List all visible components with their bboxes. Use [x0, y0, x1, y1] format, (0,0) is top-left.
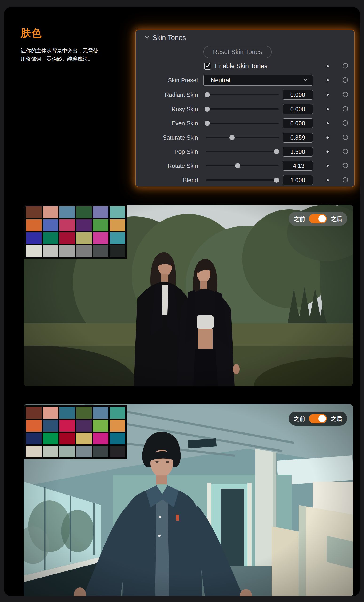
before-after-toggle[interactable]: 之前 之后 [289, 411, 347, 426]
keyframe-diamond-icon[interactable] [325, 121, 330, 126]
enable-label: Enable Skin Tones [215, 63, 267, 70]
slider-label: Pop Skin [136, 148, 198, 155]
chevron-down-icon [145, 35, 150, 41]
enable-row: Enable Skin Tones [136, 61, 354, 72]
before-after-toggle[interactable]: 之前 之后 [289, 212, 347, 226]
reset-skin-tones-button[interactable]: Reset Skin Tones [203, 46, 272, 58]
color-swatch [43, 433, 58, 444]
slider-label: Radiant Skin [136, 91, 198, 98]
color-swatch [60, 407, 75, 419]
preset-label: Skin Preset [136, 77, 198, 84]
slider-track[interactable] [206, 163, 279, 169]
slider-value-field[interactable]: 1.000 [283, 175, 313, 185]
slider-thumb[interactable] [235, 163, 240, 168]
color-swatch [110, 407, 125, 419]
slider-value-field[interactable]: 1.500 [283, 147, 313, 157]
color-swatch [26, 245, 42, 257]
enable-checkbox[interactable] [204, 63, 211, 70]
slider-thumb[interactable] [274, 178, 279, 183]
toggle-switch[interactable] [309, 414, 327, 423]
slider-row: Radiant Skin 0.000 [136, 89, 354, 100]
reset-parameter-icon[interactable] [341, 91, 348, 98]
slider-value-field[interactable]: 0.000 [283, 104, 313, 114]
comparison-image-field: 之前 之后 [23, 204, 353, 386]
panel-header[interactable]: Skin Tones [145, 34, 186, 42]
toggle-switch[interactable] [309, 214, 327, 223]
keyframe-diamond-icon[interactable] [325, 178, 330, 183]
skin-tones-panel: Skin Tones Reset Skin Tones Enable Skin … [135, 30, 355, 187]
color-swatch [110, 245, 125, 257]
keyframe-diamond-icon[interactable] [325, 64, 330, 69]
color-swatch [110, 420, 125, 431]
slider-thumb[interactable] [204, 121, 210, 126]
slider-thumb[interactable] [229, 135, 235, 140]
slider-row: Even Skin 0.000 [136, 118, 354, 129]
color-swatch [76, 420, 92, 431]
slider-thumb[interactable] [204, 92, 210, 97]
keyframe-diamond-icon[interactable] [325, 78, 330, 83]
keyframe-diamond-icon[interactable] [325, 107, 330, 112]
slider-label: Blend [136, 177, 198, 184]
skin-preset-dropdown[interactable]: Neutral [203, 75, 313, 86]
color-swatch [93, 446, 108, 457]
slider-track[interactable] [206, 149, 279, 154]
color-swatch [60, 232, 75, 244]
slider-track[interactable] [206, 177, 279, 183]
color-swatch [76, 407, 92, 419]
reset-parameter-icon[interactable] [341, 177, 348, 184]
color-checker-chart [24, 405, 127, 459]
slider-track[interactable] [206, 120, 279, 126]
checkmark-icon [205, 63, 210, 69]
after-label: 之后 [331, 215, 342, 223]
color-swatch [93, 420, 108, 431]
color-swatch [76, 232, 92, 244]
color-swatch [93, 433, 108, 444]
color-swatch [110, 433, 125, 444]
color-swatch [110, 219, 125, 231]
slider-value-field[interactable]: -4.13 [283, 161, 313, 171]
keyframe-diamond-icon[interactable] [325, 135, 330, 140]
color-swatch [26, 219, 42, 231]
color-swatch [26, 206, 42, 218]
color-swatch [76, 219, 92, 231]
color-swatch [93, 206, 108, 218]
page-description: 让你的主体从背景中突出，无需使用修饰词。零伪影。纯粹魔法。 [21, 47, 102, 63]
color-swatch [76, 433, 92, 444]
reset-parameter-icon[interactable] [341, 134, 348, 141]
slider-thumb[interactable] [204, 107, 210, 112]
color-swatch [93, 232, 108, 244]
preset-row: Skin Preset Neutral [136, 75, 354, 86]
color-swatch [60, 245, 75, 257]
color-swatch [43, 245, 58, 257]
slider-value-field[interactable]: 0.859 [283, 133, 313, 142]
reset-parameter-icon[interactable] [341, 148, 348, 155]
comparison-image-office: 之前 之后 [23, 404, 353, 596]
slider-label: Rotate Skin [136, 162, 198, 169]
color-swatch [26, 232, 42, 244]
slider-row: Pop Skin 1.500 [136, 146, 354, 157]
keyframe-diamond-icon[interactable] [325, 163, 330, 168]
color-swatch [76, 446, 92, 457]
slider-track[interactable] [206, 135, 279, 140]
color-swatch [26, 433, 42, 444]
reset-parameter-icon[interactable] [341, 162, 348, 169]
slider-value-field[interactable]: 0.000 [283, 118, 313, 128]
keyframe-diamond-icon[interactable] [325, 92, 330, 97]
color-swatch [110, 232, 125, 244]
reset-parameter-icon[interactable] [341, 77, 348, 84]
color-swatch [110, 446, 125, 457]
keyframe-diamond-icon[interactable] [325, 149, 330, 154]
color-swatch [93, 245, 108, 257]
slider-label: Rosy Skin [136, 106, 198, 113]
slider-track[interactable] [206, 92, 279, 97]
slider-track[interactable] [206, 106, 279, 112]
reset-parameter-icon[interactable] [341, 63, 348, 70]
slider-value-field[interactable]: 0.000 [283, 90, 313, 100]
color-swatch [60, 420, 75, 431]
color-swatch [43, 206, 58, 218]
color-swatch [60, 433, 75, 444]
color-swatch [26, 407, 42, 419]
reset-parameter-icon[interactable] [341, 106, 348, 113]
slider-thumb[interactable] [274, 149, 279, 154]
reset-parameter-icon[interactable] [341, 120, 348, 127]
